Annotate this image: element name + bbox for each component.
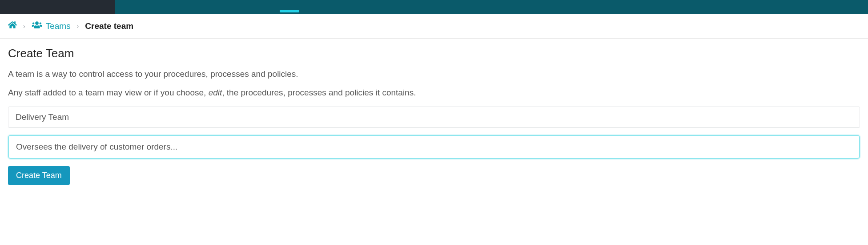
breadcrumb-teams-label: Teams — [46, 21, 71, 31]
breadcrumb-teams[interactable]: Teams — [32, 21, 71, 31]
breadcrumb-home[interactable] — [8, 21, 17, 31]
breadcrumb-current-label: Create team — [85, 21, 133, 31]
team-description-input[interactable] — [8, 135, 860, 159]
main-content: Create Team A team is a way to control a… — [0, 39, 868, 185]
create-team-button[interactable]: Create Team — [8, 166, 70, 185]
desc2-pre: Any staff added to a team may view or if… — [8, 88, 209, 97]
desc2-post: , the procedures, processes and policies… — [222, 88, 416, 97]
page-description-2: Any staff added to a team may view or if… — [8, 88, 860, 98]
page-title: Create Team — [8, 47, 860, 60]
team-name-input[interactable] — [8, 107, 860, 128]
breadcrumb-current: Create team — [85, 21, 133, 31]
desc2-em: edit — [209, 88, 222, 97]
topbar — [0, 0, 868, 14]
users-icon — [32, 21, 42, 31]
topbar-nav-area — [115, 0, 868, 14]
active-nav-indicator — [280, 10, 299, 12]
breadcrumb-separator: › — [23, 23, 25, 30]
breadcrumb: › Teams › Create team — [0, 14, 868, 38]
topbar-brand-area — [0, 0, 115, 14]
breadcrumb-separator: › — [77, 23, 79, 30]
home-icon — [8, 21, 17, 31]
page-description-1: A team is a way to control access to you… — [8, 69, 860, 79]
breadcrumb-bar: › Teams › Create team — [0, 14, 868, 39]
